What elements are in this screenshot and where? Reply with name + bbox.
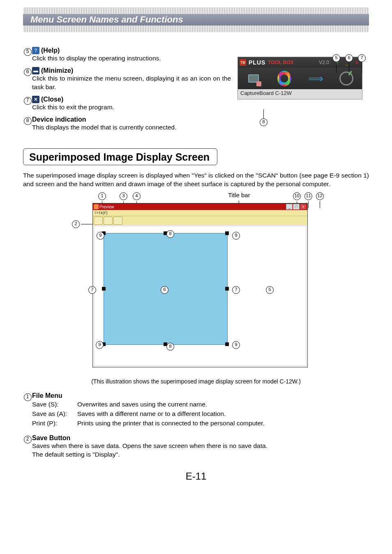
item-6-desc: Click this to minimize the menu screen, … [32,74,231,92]
fm-v0: Overwrites and saves using the current n… [77,400,369,409]
callout-p10: 10 [293,192,301,200]
fm-v2: Prints using the printer that is connect… [77,419,369,428]
callout-5: 5 [332,54,340,62]
preview-minimize-button[interactable]: _ [286,204,293,210]
marker-6: 6 [24,68,32,76]
color-wheel-icon[interactable] [277,72,291,85]
close-icon [32,96,39,103]
callout-p9c: 9 [96,341,104,349]
preview-menubar[interactable]: ﾌｧｲﾙ(F) [93,210,307,216]
item-7-title: (Close) [41,96,63,103]
marker-b1: 1 [24,393,32,401]
fm-k2: Print (P): [32,419,77,428]
callout-p9b: 9 [232,232,240,240]
callout-8: 8 [260,118,267,126]
marker-5: 5 [24,48,32,56]
save-button[interactable] [94,217,103,225]
item-b2-desc2: The default setting is "Display". [32,450,369,459]
toolbox-plus: PLUS [249,59,265,66]
item-5-desc: Click this to display the operating inst… [32,54,231,63]
item-7-desc: Click this to exit the program. [32,103,231,112]
section-paragraph: The superimposed image display screen is… [23,171,369,189]
scan-icon[interactable] [247,72,261,85]
logo-icon: TB [240,59,246,66]
callout-p9d: 9 [232,341,240,349]
item-6-title: (Minimize) [41,67,73,74]
resize-handle[interactable] [225,231,229,235]
item-b1: 1 File Menu Save (S):Overwrites and save… [23,392,369,429]
callout-p7a: 7 [88,286,96,294]
preview-caption: (This illustration shows the superimpose… [23,378,369,385]
preview-toolbar [93,216,307,225]
toolbox-status: CaptureBoard C-12W [238,89,362,99]
item-8-title: Device indication [32,116,86,123]
resize-handle[interactable] [225,287,229,291]
preview-canvas [95,226,306,365]
section-banner: Menu Screen Names and Functions [23,7,369,32]
callout-p9a: 9 [97,232,104,240]
resize-handle[interactable] [102,287,106,291]
resize-handle[interactable] [225,342,229,346]
item-8: 8 Device indication This displays the mo… [23,116,231,132]
minimize-icon [32,67,39,74]
file-menu[interactable]: ﾌｧｲﾙ(F) [95,211,108,215]
callout-p2: 2 [72,220,80,228]
page-number: E-11 [23,471,369,482]
item-7: 7 (Close) Click this to exit the program… [23,96,231,112]
item-b2: 2 Save Button Saves when there is save d… [23,434,369,459]
preview-title-text: Preview [99,205,114,209]
titlebar-label: Title bar [228,192,250,199]
toolbox-version: V2.0 [319,60,329,65]
toolbox-figure: 5 6 7 TB PLUS TOOL BOX V2.0 ? _ ✕ [238,57,369,99]
callout-p1: 1 [98,192,106,200]
item-8-desc: This displays the model that is currentl… [32,123,231,132]
callout-p6: 6 [161,286,168,294]
callout-p5: 5 [266,286,274,294]
preview-window: Preview _ □ × ﾌｧｲﾙ(F) [92,203,308,367]
callout-7: 7 [358,54,366,62]
callout-p4: 4 [133,192,141,200]
callout-p3: 3 [120,192,127,200]
preview-close-button[interactable]: × [300,204,307,210]
help-icon [32,47,39,54]
marker-7: 7 [24,97,32,105]
marker-b2: 2 [24,436,32,443]
callout-8-pointer: 8 [260,109,267,126]
banner-title: Menu Screen Names and Functions [30,14,183,25]
preview-app-icon [94,204,99,209]
preview-figure: 1 3 4 Title bar 10 11 12 2 Preview [60,196,332,376]
callout-6: 6 [345,54,353,62]
callout-p8a: 8 [166,230,174,238]
feed-left-icon[interactable]: ⟸ [309,72,323,85]
preview-titlebar: Preview _ □ × [93,203,307,210]
full-display-button[interactable] [104,217,113,225]
preview-maximize-button[interactable]: □ [293,204,300,210]
item-b2-title: Save Button [32,434,70,442]
actual-size-button[interactable] [113,217,122,225]
callout-p7b: 7 [232,286,240,294]
callout-p11: 11 [304,192,312,200]
item-b2-desc1: Saves when there is save data. Opens the… [32,442,369,450]
item-5: 5 (Help) Click this to display the opera… [23,47,231,63]
item-b1-title: File Menu [32,392,62,399]
fm-v1: Saves with a different name or to a diff… [77,410,369,418]
section-title: Superimposed Image Display Screen [23,148,217,165]
settings-gear-icon[interactable] [339,72,353,85]
item-6: 6 (Minimize) Click this to minimize the … [23,67,231,92]
marker-8: 8 [24,117,32,125]
toolbox-name: TOOL BOX [268,60,293,65]
fm-k0: Save (S): [32,400,77,409]
item-5-title: (Help) [41,47,60,54]
callout-p8b: 8 [166,343,174,351]
fm-k1: Save as (A): [32,410,77,418]
callout-p12: 12 [316,192,324,200]
